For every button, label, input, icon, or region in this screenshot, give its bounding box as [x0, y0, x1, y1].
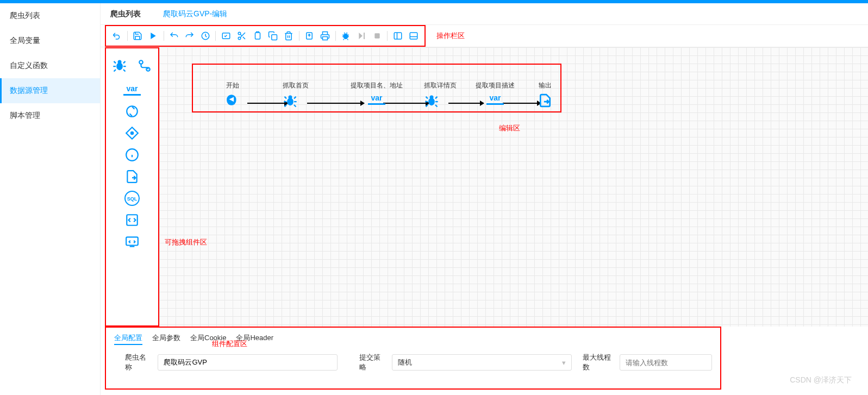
copy-icon[interactable] [266, 29, 280, 43]
svg-text:SQL: SQL [127, 196, 138, 202]
sidebar-item-custom-functions[interactable]: 自定义函数 [0, 53, 100, 78]
svg-point-3 [238, 37, 241, 40]
flow-canvas[interactable]: 可拖拽组件区 编辑区 开始 抓取首页 [159, 47, 868, 327]
sidebar-item-datasource[interactable]: 数据源管理 [0, 78, 100, 103]
spider-component-icon[interactable] [110, 55, 129, 77]
toolbar [105, 25, 426, 47]
diamond-component-icon[interactable] [122, 122, 142, 144]
node-start[interactable]: 开始 [226, 81, 240, 108]
svg-rect-10 [394, 33, 402, 39]
stop-icon [370, 29, 384, 43]
max-threads-input[interactable] [620, 354, 712, 371]
svg-point-8 [344, 34, 348, 40]
export-icon[interactable] [303, 29, 316, 43]
node-output[interactable]: 输出 [538, 81, 552, 108]
cut-icon[interactable] [235, 29, 248, 43]
delete-icon[interactable] [282, 29, 296, 43]
node-extract-name[interactable]: 提取项目名、地址 var [351, 81, 403, 105]
undo-icon[interactable] [110, 29, 124, 43]
history-icon[interactable] [198, 29, 212, 43]
threads-label: 最大线程数 [583, 353, 614, 372]
svg-point-14 [139, 60, 143, 64]
chevron-down-icon: ▾ [562, 359, 566, 367]
svg-point-16 [131, 132, 133, 134]
node-extract-desc[interactable]: 提取项目描述 var [476, 81, 515, 105]
output-component-icon[interactable] [122, 166, 142, 187]
sidebar-item-crawler-list[interactable]: 爬虫列表 [0, 3, 100, 28]
sql-component-icon[interactable]: SQL [122, 187, 142, 209]
step-icon [354, 29, 368, 43]
tab-edit-gvp[interactable]: 爬取码云GVP-编辑 [159, 9, 232, 19]
config-tab-global[interactable]: 全局配置 [114, 332, 142, 345]
panel-bottom-icon[interactable] [407, 29, 420, 43]
info-component-icon[interactable] [122, 144, 142, 166]
component-panel: var SQL [105, 47, 159, 327]
debug-icon[interactable] [339, 29, 353, 43]
svg-rect-11 [410, 33, 417, 39]
sidebar-item-script-mgmt[interactable]: 脚本管理 [0, 103, 100, 128]
sidebar-item-global-vars[interactable]: 全局变量 [0, 28, 100, 53]
select-icon[interactable] [219, 29, 233, 43]
save-icon[interactable] [131, 29, 145, 43]
strategy-select[interactable]: 随机 ▾ [392, 354, 571, 371]
config-panel: 全局配置 全局参数 全局Cookie 全局Header 爬虫名称 提交策略 随机… [105, 327, 721, 390]
flow-component-icon[interactable] [135, 55, 154, 77]
tab-crawler-list[interactable]: 爬虫列表 [106, 9, 145, 19]
config-tab-params[interactable]: 全局参数 [152, 332, 180, 345]
play-icon[interactable] [147, 29, 160, 43]
component-annotation: 可拖拽组件区 [165, 237, 207, 247]
watermark: CSDN @泽济天下 [790, 375, 852, 385]
svg-rect-21 [126, 237, 138, 245]
node-fetch-detail[interactable]: 抓取详情页 [424, 81, 457, 109]
svg-point-2 [238, 32, 241, 35]
loop-component-icon[interactable] [122, 101, 142, 122]
svg-point-13 [118, 60, 122, 64]
svg-rect-7 [323, 37, 328, 40]
svg-rect-4 [255, 33, 260, 39]
svg-rect-9 [374, 33, 379, 38]
svg-point-25 [430, 96, 434, 99]
crawler-name-input[interactable] [158, 354, 337, 371]
var-component[interactable]: var [122, 79, 142, 101]
strategy-label: 提交策略 [359, 353, 386, 372]
redo-action-icon[interactable] [183, 29, 197, 43]
print-icon[interactable] [319, 29, 332, 43]
panel-left-icon[interactable] [391, 29, 404, 43]
node-fetch-home[interactable]: 抓取首页 [283, 81, 309, 109]
config-annotation: 组件配置区 [212, 339, 247, 349]
paste-icon[interactable] [251, 29, 264, 43]
editor-tabs: 爬虫列表 爬取码云GVP-编辑 [101, 3, 868, 25]
name-label: 爬虫名称 [125, 353, 152, 372]
undo-action-icon[interactable] [167, 29, 181, 43]
script-component-icon[interactable] [122, 209, 142, 231]
code-component-icon[interactable] [122, 231, 142, 253]
svg-point-23 [289, 96, 292, 99]
flow-diagram: 开始 抓取首页 提取项目名、地址 var 抓取详情页 [192, 64, 561, 112]
svg-rect-5 [272, 35, 277, 40]
toolbar-annotation: 操作栏区 [436, 31, 465, 41]
editor-annotation: 编辑区 [499, 123, 520, 133]
sidebar: 爬虫列表 全局变量 自定义函数 数据源管理 脚本管理 [0, 3, 101, 395]
